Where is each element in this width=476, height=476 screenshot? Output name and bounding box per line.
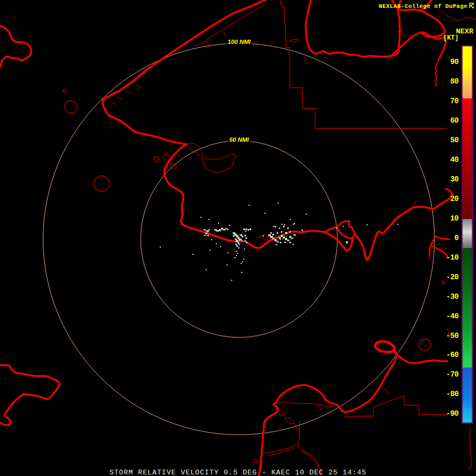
svg-text:-60: -60 [446,351,459,359]
svg-text:90: 90 [450,58,459,66]
svg-text:20: 20 [450,195,459,203]
svg-text:40: 40 [450,155,459,164]
svg-text:-20: -20 [446,273,459,281]
svg-text:[KT]: [KT] [443,34,459,42]
svg-text:NEXR: NEXR [456,28,474,35]
svg-text:-80: -80 [446,390,459,398]
svg-text:-30: -30 [446,292,459,301]
svg-text:30: 30 [450,175,459,184]
svg-text:-50: -50 [446,332,459,340]
svg-text:50: 50 [450,136,459,144]
svg-text:0: 0 [454,234,459,242]
svg-text:-70: -70 [446,370,459,379]
svg-text:80: 80 [450,77,459,86]
svg-text:NEXLAB-College of DuPage: NEXLAB-College of DuPage [379,3,468,10]
svg-text:70: 70 [450,97,459,105]
svg-text:50 NMI: 50 NMI [229,136,249,143]
svg-text:-40: -40 [446,312,459,321]
svg-text:10: 10 [450,214,459,223]
svg-text:STORM RELATIVE VELOCITY 0.5 DE: STORM RELATIVE VELOCITY 0.5 DEG - KAEC 1… [109,469,367,476]
svg-text:100 NMI: 100 NMI [227,39,251,45]
svg-text:-10: -10 [446,253,459,262]
svg-text:60: 60 [450,116,459,125]
svg-text:-90: -90 [446,409,459,418]
